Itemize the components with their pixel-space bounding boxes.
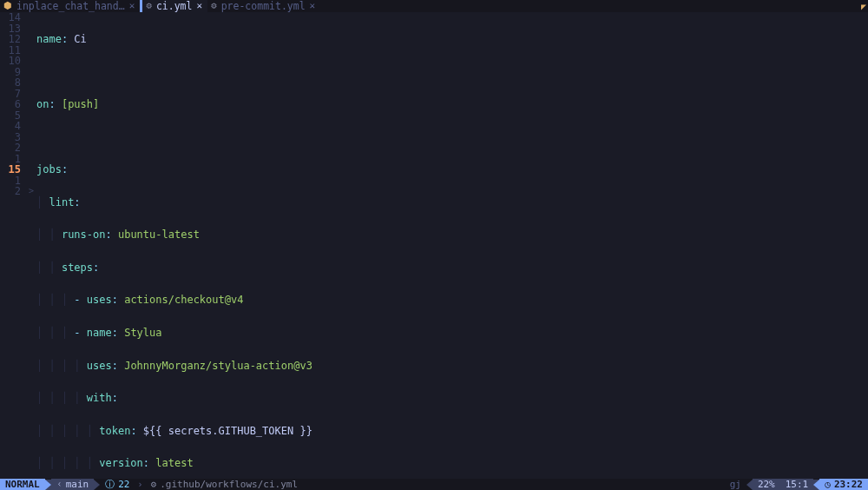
branch-icon: ᚲ — [56, 479, 62, 490]
close-icon[interactable]: ✕ — [196, 1, 202, 12]
tab-label: ci.yml — [156, 1, 193, 12]
close-icon[interactable]: ✕ — [129, 1, 135, 12]
code-line: name: Ci — [36, 34, 868, 45]
mode-segment: NORMAL — [0, 479, 45, 490]
code-line: jobs: — [36, 164, 868, 175]
separator-icon — [813, 480, 819, 490]
fold-column: > — [26, 12, 36, 479]
line-number: 2 — [0, 142, 21, 154]
code-line — [36, 132, 868, 143]
code-line: │ │ │ │ uses: JohnnyMorganz/stylua-actio… — [36, 361, 868, 372]
code-line: │ │ │ - uses: actions/checkout@v4 — [36, 295, 868, 306]
separator-icon — [94, 480, 100, 490]
code-line: │ │ │ │ │ token: ${{ secrets.GITHUB_TOKE… — [36, 426, 868, 437]
code-line: │ lint: — [36, 197, 868, 209]
python-icon: ⬢ — [3, 1, 12, 12]
close-icon[interactable]: ✕ — [310, 1, 316, 12]
gear-icon: ⚙ — [151, 479, 157, 490]
tab-label: inplace_chat_hand… — [16, 1, 125, 12]
tab-bar: ⬢ inplace_chat_hand… ✕ ⚙ ci.yml ✕ ⚙ pre-… — [0, 0, 868, 12]
encoding: gj — [730, 479, 741, 490]
separator-icon — [746, 480, 753, 490]
fold-marker[interactable]: > — [26, 186, 36, 197]
encoding-segment: gj — [725, 479, 746, 490]
warning-icon: ◤ — [861, 2, 866, 13]
line-number-current: 15 — [0, 164, 21, 175]
line-number: 4 — [0, 121, 21, 132]
line-number: 10 — [0, 56, 21, 67]
line-number: 12 — [0, 34, 21, 45]
status-line: NORMAL ᚲ main ⓘ 22 › ⚙ .github/workflows… — [0, 479, 868, 490]
line-number: 6 — [0, 99, 21, 110]
info-icon: ⓘ — [105, 479, 115, 490]
code-area[interactable]: name: Ci on: [push] jobs: │ lint: │ │ ru… — [36, 12, 868, 479]
file-path-segment: ⚙ .github/workflows/ci.yml — [146, 479, 304, 490]
code-line: on: [push] — [36, 99, 868, 110]
code-line: │ │ │ │ with: — [36, 393, 868, 404]
file-path: .github/workflows/ci.yml — [160, 479, 298, 490]
clock-icon: ◷ — [825, 479, 831, 490]
code-line: │ │ │ │ │ version: latest — [36, 458, 868, 469]
line-number: 2 — [0, 186, 21, 197]
tab-bar-filler: ◤ — [320, 0, 868, 12]
scroll-percent: 22% — [758, 479, 775, 490]
clock-time: 23:22 — [834, 479, 863, 490]
vim-mode: NORMAL — [5, 479, 40, 490]
diagnostics-segment[interactable]: ⓘ 22 — [100, 479, 135, 490]
git-branch-name: main — [66, 479, 89, 490]
line-number: 14 — [0, 12, 21, 23]
code-line — [36, 67, 868, 78]
tab-pre-commit[interactable]: ⚙ pre-commit.yml ✕ — [207, 0, 320, 12]
line-number-gutter: 14 13 12 11 10 9 8 7 6 5 4 3 2 1 15 1 2 — [0, 12, 26, 479]
diagnostics-count: 22 — [118, 479, 129, 490]
scroll-percent-segment: 22% — [753, 479, 780, 490]
code-line: │ │ │ - name: Stylua — [36, 328, 868, 339]
tab-ci-yml[interactable]: ⚙ ci.yml ✕ — [142, 0, 207, 12]
editor[interactable]: 14 13 12 11 10 9 8 7 6 5 4 3 2 1 15 1 2 … — [0, 12, 868, 479]
git-branch-segment: ᚲ main — [51, 479, 95, 490]
separator-icon: › — [135, 479, 146, 490]
line-number: 8 — [0, 77, 21, 89]
cursor-position: 15:1 — [786, 479, 809, 490]
cursor-position-segment: 15:1 — [780, 479, 814, 490]
gear-icon: ⚙ — [146, 1, 152, 12]
tab-label: pre-commit.yml — [221, 1, 306, 12]
code-line: │ │ steps: — [36, 262, 868, 274]
tab-inplace-chat[interactable]: ⬢ inplace_chat_hand… ✕ — [0, 0, 140, 12]
code-line: │ │ runs-on: ubuntu-latest — [36, 229, 868, 241]
separator-icon — [45, 480, 51, 490]
clock-segment: ◷ 23:22 — [819, 479, 868, 490]
gear-icon: ⚙ — [211, 1, 217, 12]
